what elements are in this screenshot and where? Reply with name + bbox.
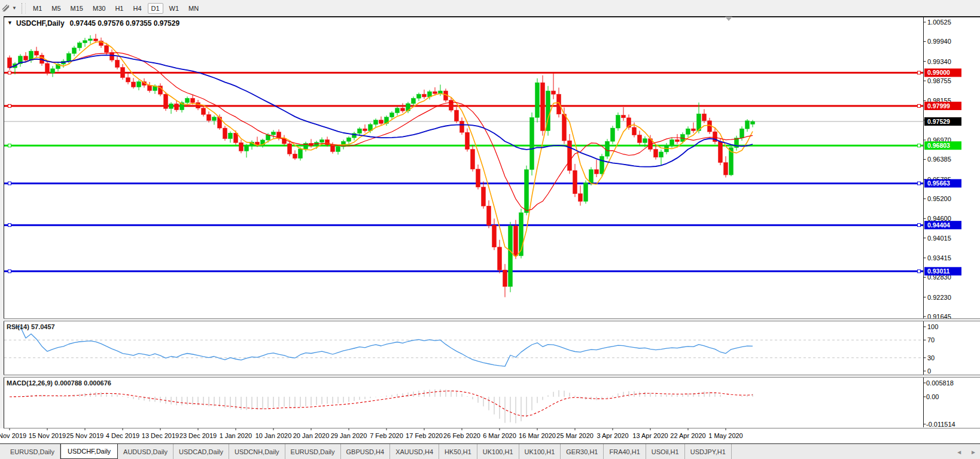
rsi-indicator-panel[interactable]: 10070300 bbox=[0, 321, 980, 375]
line-handle-left[interactable] bbox=[8, 104, 11, 107]
rsi-axis-label: 0 bbox=[927, 367, 931, 375]
candle-body bbox=[272, 132, 276, 135]
candle-body bbox=[616, 115, 620, 128]
symbol-dropdown-icon[interactable]: ▼ bbox=[7, 20, 13, 26]
tab-uk100-h1[interactable]: UK100,H1 bbox=[519, 444, 561, 459]
price-line-label: 0.93011 bbox=[927, 268, 950, 275]
line-handle-left[interactable] bbox=[8, 270, 11, 273]
candle-body bbox=[584, 183, 588, 201]
date-axis-label: 7 Feb 2020 bbox=[370, 432, 403, 439]
candle-body bbox=[751, 121, 755, 124]
candle-body bbox=[126, 78, 130, 82]
top-toolbar: ▼ M1M5M15M30H1H4D1W1MN bbox=[0, 0, 980, 16]
line-handle-right[interactable] bbox=[918, 182, 921, 185]
candle-body bbox=[24, 56, 28, 60]
date-axis-label: 15 Nov 2019 bbox=[29, 432, 66, 439]
candle-body bbox=[654, 149, 658, 157]
macd-axis-label: 0.00 bbox=[926, 393, 939, 400]
timeframe-button-h1[interactable]: H1 bbox=[111, 3, 127, 14]
candle-body bbox=[347, 138, 351, 141]
candle-body bbox=[115, 60, 120, 67]
date-axis-label: 13 Dec 2019 bbox=[142, 432, 179, 439]
crosshair-glyph bbox=[1, 4, 11, 13]
price-axis-label: 0.92230 bbox=[927, 294, 951, 301]
price-line-label: 0.99000 bbox=[927, 69, 950, 76]
tab-eurusd-daily[interactable]: EURUSD,Daily bbox=[5, 444, 60, 459]
date-axis: 6 Nov 201915 Nov 201925 Nov 20194 Dec 20… bbox=[0, 428, 980, 443]
price-axis-label: 0.91645 bbox=[927, 313, 951, 318]
candle-body bbox=[589, 169, 594, 183]
candle-body bbox=[320, 139, 324, 142]
candle-body bbox=[552, 91, 556, 95]
line-handle-right[interactable] bbox=[918, 224, 921, 227]
candle-body bbox=[336, 147, 340, 151]
candle-body bbox=[487, 206, 491, 225]
rsi-axis-label: 70 bbox=[927, 336, 935, 344]
chart-tabs: EURUSD,DailyUSDCHF,DailyAUDUSD,DailyUSDC… bbox=[5, 444, 732, 459]
tab-ger30-h1[interactable]: GER30,H1 bbox=[561, 444, 604, 459]
candle-body bbox=[229, 133, 233, 138]
draw-tool-icon[interactable]: ▼ bbox=[1, 2, 17, 15]
candle-body bbox=[675, 139, 680, 141]
macd-label: MACD(12,26,9) 0.000788 0.000676 bbox=[7, 379, 111, 387]
line-handle-right[interactable] bbox=[918, 270, 921, 273]
timeframe-button-h4[interactable]: H4 bbox=[129, 3, 145, 14]
tab-hk50-h1[interactable]: HK50,H1 bbox=[439, 444, 477, 459]
tab-scroll-right-icon[interactable]: ► bbox=[970, 449, 976, 455]
macd-axis-label: -0.011514 bbox=[926, 421, 955, 427]
tab-eurusd-daily[interactable]: EURUSD,Daily bbox=[285, 444, 341, 459]
timeframe-button-w1[interactable]: W1 bbox=[166, 3, 183, 14]
tab-audusd-daily[interactable]: AUDUSD,Daily bbox=[118, 444, 174, 459]
line-handle-right[interactable] bbox=[918, 144, 921, 147]
date-axis-label: 20 Jan 2020 bbox=[293, 432, 330, 439]
line-handle-left[interactable] bbox=[8, 182, 11, 185]
timeframe-button-m30[interactable]: M30 bbox=[89, 3, 109, 14]
timeframe-button-d1[interactable]: D1 bbox=[148, 3, 163, 14]
line-handle-left[interactable] bbox=[8, 224, 11, 227]
line-handle-right[interactable] bbox=[918, 71, 921, 74]
main-price-chart[interactable]: 1.005250.999400.993400.987550.981550.975… bbox=[0, 17, 980, 318]
candle-body bbox=[331, 145, 335, 152]
candle-body bbox=[239, 142, 244, 151]
timeframe-button-m15[interactable]: M15 bbox=[67, 3, 87, 14]
line-handle-left[interactable] bbox=[8, 71, 11, 74]
tab-scroll-arrows: ◄ ► bbox=[956, 444, 976, 459]
candle-body bbox=[293, 154, 297, 158]
rsi-label: RSI(14) 57.0457 bbox=[7, 323, 55, 330]
tab-xauusd-h4[interactable]: XAUUSD,H4 bbox=[390, 444, 439, 459]
tab-fra40-h1[interactable]: FRA40,H1 bbox=[604, 444, 646, 459]
candle-body bbox=[390, 113, 394, 117]
horizontal-lines bbox=[4, 72, 924, 271]
candle-body bbox=[299, 149, 303, 159]
line-handle-left[interactable] bbox=[8, 144, 11, 147]
price-line-label: 0.97999 bbox=[927, 102, 950, 110]
candle-body bbox=[148, 86, 152, 91]
date-axis-label: 4 Dec 2019 bbox=[106, 432, 139, 439]
tab-usdcnh-daily[interactable]: USDCNH,Daily bbox=[229, 444, 285, 459]
candle-body bbox=[175, 104, 179, 110]
candle-body bbox=[83, 41, 87, 43]
candle-body bbox=[401, 108, 405, 111]
candle-body bbox=[78, 43, 82, 48]
tab-gbpusd-h4[interactable]: GBPUSD,H4 bbox=[341, 444, 391, 459]
price-axis-label: 0.95200 bbox=[927, 195, 951, 202]
date-axis-label: 22 Apr 2020 bbox=[670, 432, 705, 439]
timeframe-button-mn[interactable]: MN bbox=[185, 3, 202, 14]
timeframe-button-m1[interactable]: M1 bbox=[29, 3, 45, 14]
line-handle-right[interactable] bbox=[918, 104, 921, 107]
tab-usdcad-daily[interactable]: USDCAD,Daily bbox=[174, 444, 229, 459]
toolbar-grip bbox=[22, 3, 26, 14]
date-axis-label: 23 Dec 2019 bbox=[179, 432, 217, 439]
candle-body bbox=[643, 139, 647, 143]
dropdown-caret-icon[interactable]: ▼ bbox=[12, 5, 17, 11]
tab-scroll-left-icon[interactable]: ◄ bbox=[956, 449, 962, 455]
timeframe-button-m5[interactable]: M5 bbox=[48, 3, 64, 14]
tab-usdjpy-h1[interactable]: USDJPY,H1 bbox=[685, 444, 732, 459]
tab-uk100-h1[interactable]: UK100,H1 bbox=[477, 444, 519, 459]
macd-indicator-panel[interactable]: 0.0058180.00-0.011514 bbox=[0, 378, 980, 427]
candle-body bbox=[724, 163, 728, 175]
timeframe-toolbar: M1M5M15M30H1H4D1W1MN bbox=[29, 3, 205, 14]
tab-usoil-h1[interactable]: USOil,H1 bbox=[646, 444, 685, 459]
tab-usdchf-daily[interactable]: USDCHF,Daily bbox=[60, 444, 118, 459]
candle-body bbox=[417, 95, 421, 99]
